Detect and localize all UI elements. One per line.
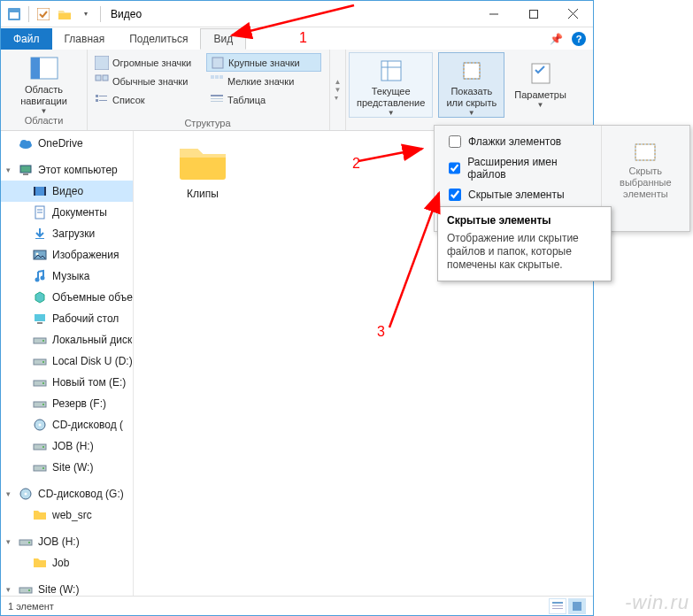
tooltip-title: Скрытые элементы — [447, 214, 602, 227]
tab-share[interactable]: Поделиться — [117, 28, 200, 50]
svg-point-51 — [42, 361, 44, 363]
checkbox-input[interactable] — [449, 189, 461, 201]
tab-file[interactable]: Файл — [1, 28, 52, 50]
svg-rect-70 — [552, 608, 563, 609]
tree-item[interactable]: JOB (H:) — [1, 435, 133, 457]
folder-item[interactable]: Клипы — [167, 140, 238, 200]
svg-rect-69 — [552, 605, 563, 606]
tree-item[interactable]: Local Disk U (D:) — [1, 350, 133, 372]
svg-rect-29 — [532, 64, 550, 83]
checkbox-input[interactable] — [449, 162, 460, 174]
qat-properties-icon[interactable] — [34, 4, 53, 24]
down-icon — [33, 227, 47, 241]
tree-item[interactable]: web_src — [1, 504, 133, 526]
drive-icon — [33, 460, 47, 474]
svg-point-44 — [35, 278, 40, 282]
layout-small[interactable]: Мелкие значки — [206, 72, 321, 90]
show-hide-icon — [458, 57, 486, 84]
view-details-button[interactable] — [549, 598, 566, 614]
layout-medium[interactable]: Обычные значки — [91, 72, 206, 90]
layout-details[interactable]: Таблица — [206, 90, 321, 109]
help-icon[interactable]: ? — [572, 32, 586, 46]
tree-item[interactable]: ▾Этот компьютер — [1, 159, 133, 181]
maximize-button[interactable] — [513, 1, 553, 27]
drive-icon — [33, 439, 47, 453]
tree-item[interactable]: Рабочий стол — [1, 308, 133, 329]
tree-item[interactable]: Новый том (E:) — [1, 372, 133, 393]
svg-rect-23 — [211, 101, 223, 102]
svg-point-32 — [26, 141, 31, 146]
tree-item[interactable]: Изображения — [1, 244, 133, 266]
tree-item[interactable]: Загрузки — [1, 223, 133, 244]
svg-rect-14 — [211, 75, 214, 79]
layout-more[interactable]: ▲▼▾ — [329, 50, 345, 130]
watermark: -win.ru — [625, 591, 689, 614]
svg-rect-9 — [31, 58, 40, 79]
show-hide-button[interactable]: Показать или скрыть ▼ — [438, 52, 504, 118]
tree-item[interactable]: Видео — [1, 181, 133, 202]
tab-home[interactable]: Главная — [52, 28, 118, 50]
svg-point-61 — [42, 467, 44, 469]
desk-icon — [33, 312, 47, 326]
folder-label: Клипы — [167, 188, 238, 200]
svg-point-57 — [39, 424, 42, 427]
tree-item[interactable]: Job — [1, 552, 133, 574]
svg-rect-34 — [23, 173, 28, 175]
cloud-icon — [19, 136, 33, 150]
svg-rect-10 — [95, 56, 109, 70]
svg-point-49 — [42, 340, 44, 342]
svg-rect-21 — [211, 95, 223, 96]
folder-icon — [55, 4, 74, 24]
tree-item[interactable]: Объемные объекты — [1, 287, 133, 308]
folder-icon — [33, 556, 47, 570]
navigation-tree[interactable]: OneDrive▾Этот компьютерВидеоДокументыЗаг… — [1, 131, 134, 596]
music-icon — [33, 269, 47, 283]
view-large-icons-button[interactable] — [568, 598, 586, 614]
tree-item[interactable]: ▾Site (W:) — [1, 579, 133, 596]
svg-rect-11 — [212, 58, 223, 68]
tree-item[interactable]: Музыка — [1, 266, 133, 287]
svg-rect-68 — [552, 602, 563, 604]
qat-dropdown-icon[interactable]: ▾ — [76, 4, 96, 24]
tab-view[interactable]: Вид — [200, 28, 246, 50]
checkbox-input[interactable] — [449, 135, 461, 148]
minimize-button[interactable] — [474, 1, 513, 27]
hide-selected-button[interactable]: Скрыть выбранные элементы — [601, 126, 689, 214]
doc-icon — [33, 205, 47, 219]
layout-list[interactable]: Список — [91, 90, 206, 109]
layout-large[interactable]: Крупные значки — [206, 53, 321, 72]
close-button[interactable] — [553, 1, 593, 27]
pin-icon[interactable]: 📌 — [550, 33, 563, 45]
flyout-checkbox[interactable]: Расширения имен файлов — [445, 156, 592, 181]
chevron-down-icon: ▼ — [41, 107, 48, 115]
current-view-icon — [377, 57, 405, 84]
svg-rect-13 — [103, 75, 108, 81]
options-button[interactable]: Параметры ▼ — [507, 50, 574, 115]
drive-icon — [19, 582, 33, 596]
flyout-checkbox[interactable]: Флажки элементов — [445, 133, 592, 150]
current-view-button[interactable]: Текущее представление ▼ — [349, 52, 433, 118]
svg-point-53 — [42, 382, 44, 384]
svg-point-63 — [25, 493, 27, 496]
svg-rect-12 — [96, 75, 101, 81]
svg-rect-35 — [34, 187, 46, 196]
svg-point-59 — [42, 446, 44, 448]
tree-item[interactable]: Резерв (F:) — [1, 393, 133, 414]
tree-item[interactable]: ▾JOB (H:) — [1, 531, 133, 552]
svg-rect-19 — [96, 99, 98, 102]
tree-item[interactable]: Site (W:) — [1, 457, 133, 478]
hide-selected-icon — [632, 141, 658, 164]
tree-item[interactable]: OneDrive — [1, 133, 133, 154]
tree-item[interactable]: CD-дисковод ( — [1, 414, 133, 435]
group-label-panes: Области — [1, 115, 87, 127]
window-title: Видео — [105, 8, 142, 20]
tree-item[interactable]: Документы — [1, 202, 133, 223]
layout-extra-large[interactable]: Огромные значки — [91, 53, 206, 72]
folder-icon — [176, 140, 229, 182]
flyout-checkbox[interactable]: Скрытые элементы — [445, 186, 592, 204]
ribbon: Область навигации ▼ Области Огромные зна… — [1, 50, 593, 131]
navigation-pane-button[interactable]: Область навигации ▼ — [1, 50, 87, 115]
drive-icon — [33, 397, 47, 411]
tree-item[interactable]: ▾CD-дисковод (G:) — [1, 483, 133, 504]
tree-item[interactable]: Локальный диск — [1, 329, 133, 350]
